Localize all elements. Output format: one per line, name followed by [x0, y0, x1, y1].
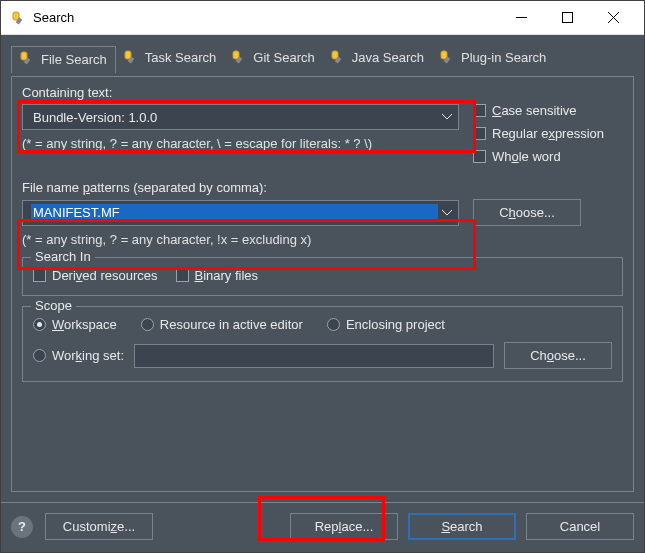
checkbox-icon — [33, 269, 46, 282]
svg-rect-3 — [562, 13, 572, 23]
case-sensitive-checkbox[interactable]: CCase sensitivease sensitive — [473, 103, 623, 118]
containing-text-hint: (* = any string, ? = any character, \ = … — [22, 136, 459, 151]
flashlight-icon — [232, 50, 248, 66]
checkbox-icon — [473, 127, 486, 140]
minimize-button[interactable] — [498, 3, 544, 33]
tab-git-search[interactable]: Git Search — [224, 45, 322, 72]
search-dialog: Search File Search Task Search Git Searc… — [0, 0, 645, 553]
radio-icon — [33, 349, 46, 362]
scope-workspace-radio[interactable]: Workspace — [33, 317, 117, 332]
filename-input[interactable]: MANIFEST.MF — [31, 204, 438, 221]
choose-workingset-button[interactable]: Choose... — [504, 342, 612, 369]
workingset-input[interactable] — [134, 344, 494, 368]
filename-label: File name patterns (separated by comma): — [22, 180, 623, 195]
help-icon[interactable]: ? — [11, 516, 33, 538]
flashlight-icon — [11, 10, 27, 26]
radio-icon — [327, 318, 340, 331]
titlebar: Search — [1, 1, 644, 35]
file-search-panel: Containing text: (* = any string, ? = an… — [11, 76, 634, 492]
containing-text-combo[interactable] — [22, 104, 459, 130]
choose-filename-button[interactable]: Choose... — [473, 199, 581, 226]
search-in-group: Search In Derived resources Binary files — [22, 257, 623, 296]
search-button[interactable]: Search — [408, 513, 516, 540]
scope-title: Scope — [31, 298, 76, 313]
tab-label: Plug-in Search — [461, 50, 546, 65]
search-in-title: Search In — [31, 249, 95, 264]
dialog-buttons: ? Customize... Replace... Search Cancel — [1, 502, 644, 552]
replace-button[interactable]: Replace... — [290, 513, 398, 540]
scope-workingset-radio[interactable]: Working set: — [33, 348, 124, 363]
containing-text-input[interactable] — [31, 109, 438, 126]
scope-enclosing-radio[interactable]: Enclosing project — [327, 317, 445, 332]
derived-checkbox[interactable]: Derived resources — [33, 268, 158, 283]
cancel-button[interactable]: Cancel — [526, 513, 634, 540]
filename-hint: (* = any string, ? = any character, !x =… — [22, 232, 623, 247]
flashlight-icon — [20, 51, 36, 67]
tab-plugin-search[interactable]: Plug-in Search — [432, 45, 554, 72]
chevron-down-icon[interactable] — [438, 106, 456, 128]
scope-editor-radio[interactable]: Resource in active editor — [141, 317, 303, 332]
tab-label: Java Search — [352, 50, 424, 65]
regex-checkbox[interactable]: Regular expression — [473, 126, 623, 141]
window-title: Search — [33, 10, 498, 25]
tab-task-search[interactable]: Task Search — [116, 45, 225, 72]
tab-file-search[interactable]: File Search — [11, 46, 116, 73]
tab-label: Git Search — [253, 50, 314, 65]
close-button[interactable] — [590, 3, 636, 33]
search-tabs: File Search Task Search Git Search Java … — [11, 45, 634, 72]
checkbox-icon — [176, 269, 189, 282]
flashlight-icon — [331, 50, 347, 66]
containing-text-label: Containing text: — [22, 85, 459, 100]
checkbox-icon — [473, 104, 486, 117]
customize-button[interactable]: Customize... — [45, 513, 153, 540]
chevron-down-icon[interactable] — [438, 202, 456, 224]
scope-group: Scope Workspace Resource in active edito… — [22, 306, 623, 382]
flashlight-icon — [124, 50, 140, 66]
dialog-client: File Search Task Search Git Search Java … — [1, 35, 644, 502]
binary-checkbox[interactable]: Binary files — [176, 268, 259, 283]
radio-icon — [141, 318, 154, 331]
filename-combo[interactable]: MANIFEST.MF — [22, 200, 459, 226]
tab-label: Task Search — [145, 50, 217, 65]
checkbox-icon — [473, 150, 486, 163]
maximize-button[interactable] — [544, 3, 590, 33]
flashlight-icon — [440, 50, 456, 66]
radio-icon — [33, 318, 46, 331]
tab-label: File Search — [41, 52, 107, 67]
whole-word-checkbox[interactable]: Whole word — [473, 149, 623, 164]
tab-java-search[interactable]: Java Search — [323, 45, 432, 72]
